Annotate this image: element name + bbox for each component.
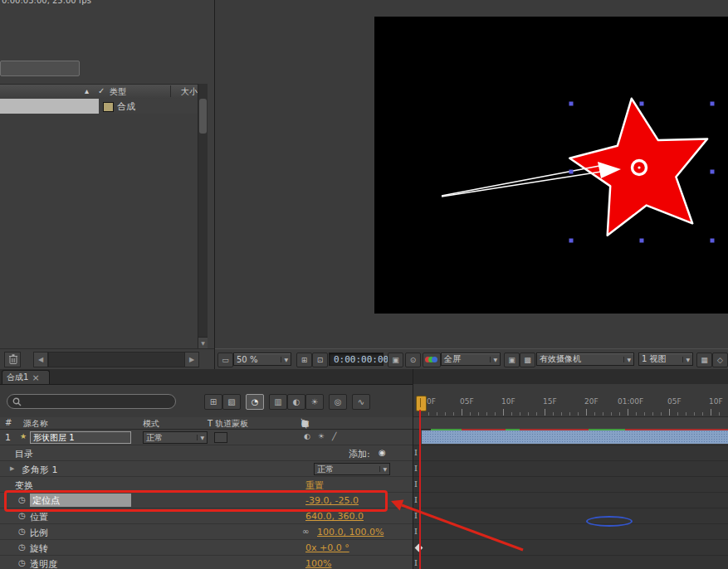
layer-track[interactable]: [413, 430, 728, 445]
timeline-tab-strip: 合成1 ×: [0, 369, 728, 385]
scale-row[interactable]: ◷ 比例 ∞ 100.0, 100.0%: [0, 524, 413, 540]
active-camera-dropdown[interactable]: 有效摄像机 ▼: [536, 353, 634, 366]
rotation-row[interactable]: ◷ 旋转 0x +0.0 °: [0, 540, 413, 556]
magnification-dropdown[interactable]: 50 % ▼: [233, 353, 291, 366]
timeline-tab-comp1[interactable]: 合成1 ×: [2, 370, 50, 384]
expand-triangle-icon[interactable]: ▶: [10, 465, 14, 472]
resolution-dropdown[interactable]: 全屏 ▼: [441, 353, 501, 366]
scroll-right-button[interactable]: ▶: [184, 352, 199, 367]
column-divider[interactable]: [170, 85, 171, 97]
frame-blend-button[interactable]: ▥: [269, 394, 287, 410]
polystar-mode-dropdown[interactable]: 正常 ▼: [314, 463, 390, 475]
anchor-point-value[interactable]: -39.0, -25.0: [305, 495, 359, 506]
column-mode[interactable]: 模式: [143, 418, 159, 430]
magnification-value: 50 %: [237, 355, 257, 364]
position-row[interactable]: ◷ 位置 640.0, 360.0: [0, 508, 413, 524]
motion-blur-button[interactable]: ◐: [287, 394, 305, 410]
take-snapshot-icon[interactable]: ▣: [388, 353, 403, 367]
transparency-grid-icon[interactable]: ▩: [520, 353, 535, 367]
column-header-type[interactable]: 类型: [110, 86, 126, 98]
transform-track[interactable]: I: [413, 477, 728, 493]
close-icon[interactable]: ×: [32, 372, 39, 383]
hide-shy-layers-button[interactable]: ◔: [246, 394, 264, 410]
draft-3d-button[interactable]: ▧: [222, 394, 241, 410]
view-layout-dropdown[interactable]: 1 视图 ▼: [638, 353, 693, 366]
graph-editor-button[interactable]: ∿: [352, 394, 370, 410]
anchor-point-track[interactable]: I: [413, 493, 728, 508]
composition-toolbar: ▭ 50 % ▼ ⊞ ⊡ 0:00:00:00 ▣ ⊙ 全屏 ▼ ▣ ▩: [215, 348, 728, 370]
quality-switch-icon[interactable]: ◐: [304, 432, 310, 440]
layer-mode-dropdown[interactable]: 正常 ▼: [143, 431, 208, 444]
brainstorm-button[interactable]: ☀: [305, 394, 324, 410]
comp-mini-flowchart-button[interactable]: ⊞: [204, 394, 222, 410]
stopwatch-icon[interactable]: ◷: [18, 495, 26, 504]
track-in-marker: I: [414, 527, 418, 536]
polystar-track[interactable]: I: [413, 461, 728, 477]
current-time-indicator-handle[interactable]: [416, 396, 427, 411]
constrain-link-icon[interactable]: ∞: [302, 527, 309, 536]
rotation-value[interactable]: 0x +0.0 °: [305, 542, 349, 553]
project-item-row[interactable]: 合成: [0, 99, 198, 114]
layer-row-shape-layer-1[interactable]: 1 ★ 形状图层 1 正常 ▼ ◐ ☀ ╱: [0, 430, 413, 445]
stopwatch-icon[interactable]: ◷: [18, 558, 26, 567]
layer-name-field[interactable]: 形状图层 1: [30, 431, 131, 444]
stopwatch-icon[interactable]: ◷: [18, 511, 26, 520]
pixel-aspect-icon[interactable]: ◇: [712, 353, 728, 367]
rotation-track[interactable]: [413, 540, 728, 556]
opacity-row[interactable]: ◷ 透明度 100%: [0, 556, 413, 569]
project-vertical-scrollbar[interactable]: ▼: [198, 84, 208, 348]
scale-value[interactable]: 100.0, 100.0%: [317, 527, 384, 537]
project-horizontal-scrollbar[interactable]: [48, 352, 186, 367]
timeline-search-box[interactable]: [7, 394, 176, 409]
trkmat-box[interactable]: [214, 432, 227, 443]
sort-chevron-icon[interactable]: ▴: [85, 86, 89, 95]
column-trkmat[interactable]: T 轨道蒙板: [208, 418, 248, 430]
grid-guides-icon[interactable]: ⊞: [296, 353, 312, 367]
scroll-down-arrow-icon[interactable]: ▼: [198, 337, 208, 348]
contents-track[interactable]: I: [413, 445, 728, 461]
auto-keyframe-button[interactable]: ◎: [329, 394, 347, 410]
scrollbar-thumb[interactable]: [199, 99, 207, 134]
stopwatch-icon[interactable]: ◷: [18, 542, 26, 552]
transform-reset-link[interactable]: 重置: [305, 479, 324, 492]
timeline-panel-divider[interactable]: [413, 369, 413, 569]
ruler-label: 05F: [667, 397, 682, 406]
add-circle-icon[interactable]: ◉: [379, 448, 386, 457]
show-snapshot-icon[interactable]: ⊙: [405, 353, 421, 367]
shy-switch-icon[interactable]: ╱: [332, 432, 336, 440]
grid-options-icon[interactable]: ▦: [696, 353, 712, 367]
position-track[interactable]: I: [413, 508, 728, 524]
opacity-track[interactable]: I: [413, 556, 728, 569]
contents-group-row[interactable]: 目录 添加: ◉: [0, 445, 413, 461]
delete-item-button[interactable]: [4, 352, 21, 367]
opacity-value[interactable]: 100%: [305, 558, 331, 569]
effects-switch-icon[interactable]: ☀: [318, 432, 325, 440]
region-of-interest-icon[interactable]: ▣: [504, 353, 520, 367]
polystar-row[interactable]: ▶ 多角形 1 正常 ▼: [0, 461, 413, 477]
column-header-size[interactable]: 大小: [181, 86, 198, 98]
layer-duration-bar[interactable]: [422, 430, 728, 444]
scale-track[interactable]: I: [413, 524, 728, 540]
transform-group-row[interactable]: 变换 重置: [0, 477, 413, 493]
stopwatch-icon[interactable]: ◷: [18, 527, 26, 536]
safe-zones-icon[interactable]: ⊡: [312, 353, 328, 367]
column-index[interactable]: #: [5, 418, 12, 427]
always-preview-icon[interactable]: ▭: [217, 353, 233, 367]
3d-icon: ⚙: [301, 419, 309, 428]
time-ruler[interactable]: 0F 05F 10F 15F 20F 01:00F 05F 10F: [413, 384, 728, 417]
position-value[interactable]: 640.0, 360.0: [305, 511, 364, 522]
search-input[interactable]: [25, 396, 170, 407]
channel-colors-button[interactable]: [423, 353, 441, 367]
anchor-point-label[interactable]: 定位点: [30, 494, 131, 507]
scroll-left-button[interactable]: ◀: [33, 352, 48, 367]
layer-switches[interactable]: ◐ ☀ ╱: [304, 432, 336, 440]
label-color-swatch[interactable]: [103, 102, 114, 112]
project-item-name-cell[interactable]: [0, 99, 99, 114]
current-time-indicator-line[interactable]: [419, 410, 421, 569]
anchor-point-row[interactable]: ◷ 定位点 -39.0, -25.0: [0, 493, 413, 508]
current-time-field[interactable]: 0:00:00:00: [329, 353, 384, 366]
column-source-name[interactable]: 源名称: [23, 418, 48, 430]
composition-viewer[interactable]: [374, 17, 728, 314]
dropdown-arrow-icon: ▼: [623, 357, 631, 362]
add-label[interactable]: 添加:: [349, 448, 370, 460]
